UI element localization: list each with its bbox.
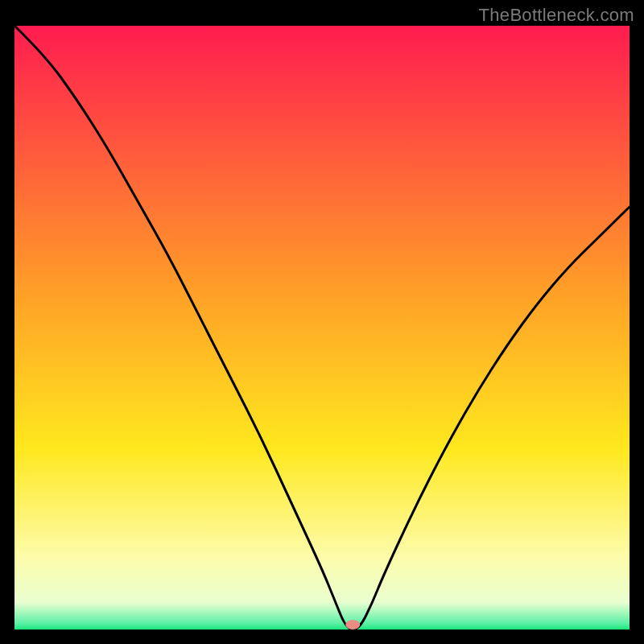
chart-frame: TheBottleneck.com [0,0,644,644]
chart-svg [14,26,630,630]
minimum-marker [345,620,360,630]
plot-area [14,26,630,630]
gradient-background [14,26,630,630]
watermark-text: TheBottleneck.com [479,5,634,26]
